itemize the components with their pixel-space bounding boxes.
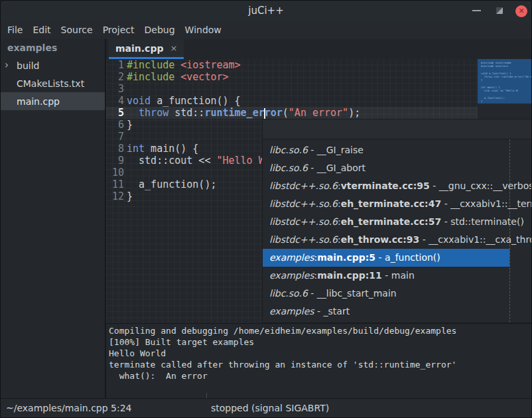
code-token: std:: [168, 107, 204, 119]
line-number: 12 [106, 190, 124, 202]
code-token: ); [348, 107, 360, 119]
code-token [174, 59, 180, 71]
stack-frame-text: examples [269, 252, 314, 263]
stack-frame-text: libc.so.6 [269, 145, 308, 155]
code-token: void [127, 95, 151, 107]
stack-frame-item[interactable]: examples:main.cpp:11 - main [263, 267, 532, 285]
stack-frame-item[interactable]: libstdc++.so.6:vterminate.cc:95 - __gnu_… [263, 177, 532, 195]
expander-icon[interactable]: › [5, 60, 17, 70]
stack-frame-text: eh_throw.cc:93 [341, 234, 420, 245]
tabbar: main.cpp × [106, 39, 531, 59]
stack-frame-text: - __GI_abort [308, 163, 366, 173]
menu-item-source[interactable]: Source [61, 25, 93, 35]
minimap-micro-text: #include <iostream> #include <vector> vo… [481, 61, 531, 104]
code-token: std::cout << [127, 155, 216, 167]
code-token [174, 71, 180, 83]
stack-frame-text: vterminate.cc:95 [341, 180, 430, 191]
stack-frame-item[interactable]: libc.so.6 - __GI_raise [263, 141, 532, 159]
stack-frame-text: - __libc_start_main [308, 288, 397, 299]
stack-frame-item[interactable]: libc.so.6 - __libc_start_main [263, 285, 532, 303]
stack-frame-text: libc.so.6 [269, 288, 308, 299]
stack-frame-text: - __cxxabiv1::__cxa_throw [419, 234, 532, 245]
menubar: FileEditSourceProjectDebugWindow [1, 21, 531, 39]
tree-item-label: build [17, 60, 39, 71]
code-token: ( [283, 107, 289, 119]
stack-frame-item[interactable]: examples - _start [263, 303, 532, 320]
window-title: juCi++ [1, 1, 531, 21]
close-icon[interactable]: ✕ [515, 5, 527, 17]
code-line[interactable]: 1#include <iostream> [106, 59, 478, 71]
minimap-visible-region[interactable]: #include <iostream> #include <vector> vo… [478, 59, 531, 104]
code-line[interactable]: 4void a_function() { [106, 95, 478, 107]
terminal-output[interactable]: Compiling and debugging /home/eidheim/ex… [106, 323, 531, 399]
code-token: "Hello W [216, 155, 264, 167]
code-token: main() { [145, 143, 198, 155]
code-line[interactable]: 5 throw std::runtime_error("An error"); [106, 107, 478, 119]
stack-frame-text: main.cpp:11 [317, 270, 382, 281]
terminal-line: what(): An error [109, 370, 531, 382]
stack-frame-item[interactable]: libstdc++.so.6:eh_terminate.cc:57 - std:… [263, 213, 532, 231]
tab-close-icon[interactable]: × [170, 43, 177, 53]
stack-frame-item[interactable]: libc.so.6 - __GI_abort [263, 159, 532, 177]
line-number: 7 [106, 131, 124, 143]
stack-frame-text: libstdc++.so.6 [269, 180, 338, 191]
tab-label: main.cpp [115, 43, 163, 54]
code-token: throw [139, 107, 168, 119]
code-token: <iostream> [180, 59, 240, 71]
tree-item-cmakelists-txt[interactable]: CMakeLists.txt [1, 74, 105, 92]
stack-frame-text: libc.so.6 [269, 163, 308, 173]
tree-item-label: CMakeLists.txt [17, 78, 84, 89]
code-token: } [127, 190, 133, 202]
code-token: } [127, 119, 133, 131]
statusbar: ~/examples/main.cpp 5:24 stopped (signal… [1, 398, 531, 417]
stack-frame-text: - _start [314, 306, 350, 316]
menu-item-file[interactable]: File [7, 25, 23, 35]
terminal-line: Compiling and debugging /home/eidheim/ex… [109, 325, 531, 336]
stack-frame-text: libstdc++.so.6 [269, 198, 338, 209]
titlebar[interactable]: juCi++ ✕ [1, 1, 531, 21]
tree-item-main-cpp[interactable]: main.cpp [1, 92, 105, 110]
code-line[interactable]: 3 [106, 83, 478, 95]
stack-frame-item[interactable]: libstdc++.so.6:eh_terminate.cc:47 - __cx… [263, 195, 532, 213]
line-number: 5 [106, 107, 124, 119]
code-token [127, 107, 139, 119]
stack-frame-text: eh_terminate.cc:47 [341, 198, 442, 209]
code-token: #include [127, 71, 174, 83]
line-number: 10 [106, 167, 124, 178]
paned-handle[interactable] [206, 393, 207, 398]
terminal-line: [100%] Built target examples [109, 336, 531, 348]
line-number: 3 [106, 83, 124, 95]
statusbar-debug-status: stopped (signal SIGABRT) [211, 399, 329, 417]
code-token: "An error" [289, 107, 348, 119]
minimize-icon[interactable] [472, 10, 481, 11]
code-token: a_function() { [151, 95, 240, 107]
code-token: a_function(); [127, 178, 216, 190]
menu-item-project[interactable]: Project [103, 25, 135, 35]
code-token: #include [127, 59, 174, 71]
file-tree-rows: ›buildCMakeLists.txtmain.cpp [1, 56, 105, 110]
stack-frame-item[interactable]: examples:main.cpp:5 - a_function() [263, 249, 532, 267]
menu-item-debug[interactable]: Debug [145, 25, 175, 35]
stack-frame-text: libstdc++.so.6 [269, 234, 338, 245]
file-tree-sidebar: examples ›buildCMakeLists.txtmain.cpp [1, 39, 105, 398]
terminal-line: terminate called after throwing an insta… [109, 359, 531, 370]
stack-frame-text: main.cpp:5 [317, 252, 375, 263]
line-number: 11 [106, 178, 124, 190]
stack-frame-item[interactable]: libstdc++.so.6:eh_throw.cc:93 - __cxxabi… [263, 231, 532, 249]
stack-frame-text: examples [269, 306, 314, 316]
app-window: juCi++ ✕ FileEditSourceProjectDebugWindo… [0, 0, 532, 418]
stack-frame-text: libstdc++.so.6 [269, 216, 338, 227]
popup-search-input[interactable] [263, 119, 532, 139]
stack-frame-text: examples [269, 270, 314, 281]
code-token: runtime_er [204, 107, 264, 119]
menu-item-window[interactable]: Window [185, 25, 222, 35]
terminal-line: Hello World [109, 348, 531, 359]
line-number: 6 [106, 119, 124, 131]
tab-main-cpp[interactable]: main.cpp × [109, 39, 184, 59]
menu-item-edit[interactable]: Edit [33, 25, 50, 35]
unmaximize-icon[interactable] [496, 7, 503, 14]
line-number: 9 [106, 155, 124, 167]
tree-item-build[interactable]: ›build [1, 56, 105, 74]
stack-frame-text: - a_function() [375, 252, 440, 263]
code-line[interactable]: 2#include <vector> [106, 71, 478, 83]
